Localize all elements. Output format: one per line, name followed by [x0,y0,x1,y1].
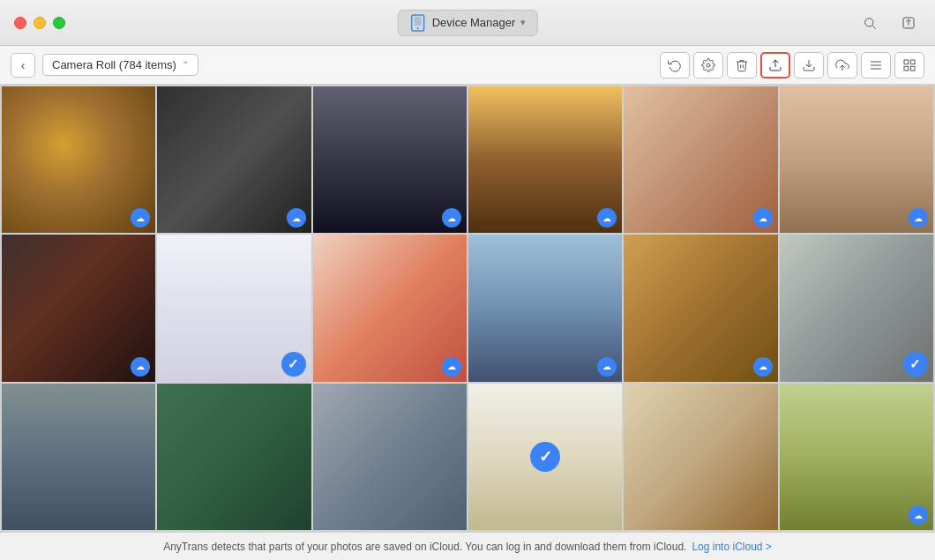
photo-cell-17[interactable] [624,384,777,530]
photo-cell-10[interactable]: ☁ [468,235,622,381]
svg-rect-16 [904,66,909,71]
search-button[interactable] [857,11,882,35]
photo-cell-3[interactable]: ☁ [313,86,467,233]
maximize-button[interactable] [53,17,65,29]
photo-cell-15[interactable] [313,384,467,530]
titlebar: Device Manager ▾ [0,0,935,46]
app-title-text: Device Manager [432,16,516,29]
toolbar: ‹ Camera Roll (784 items) ⌃ [0,46,935,85]
check-icon-12: ✓ [903,352,928,377]
cloud-icon-9: ☁ [442,357,461,377]
svg-rect-17 [910,66,915,71]
svg-rect-1 [415,17,422,26]
photo-cell-13[interactable] [2,384,155,530]
traffic-lights [14,17,65,29]
status-message: AnyTrans detects that parts of your phot… [163,541,686,553]
status-bar: AnyTrans detects that parts of your phot… [0,532,935,560]
cloud-icon-11: ☁ [753,357,773,377]
svg-point-3 [865,18,873,26]
close-button[interactable] [14,17,26,29]
cloud-icon-18: ☁ [909,505,928,525]
list-view-button[interactable] [861,52,891,78]
photo-cell-7[interactable]: ☁ [2,235,155,381]
photo-cell-9[interactable]: ☁ [313,235,467,381]
minimize-button[interactable] [34,17,46,29]
photo-cell-4[interactable]: ☁ [468,86,622,233]
photo-cell-11[interactable]: ☁ [624,235,777,381]
photo-cell-14[interactable] [157,384,310,530]
photo-grid: ☁ ☁ ☁ ☁ ☁ ☁ ☁ ✓ ☁ ☁ ☁ ✓ [0,85,935,532]
svg-rect-15 [910,60,915,64]
svg-point-7 [707,63,710,67]
cloud-icon-10: ☁ [597,357,617,377]
album-chevron: ⌃ [182,60,189,70]
cloud-icon-5: ☁ [753,208,773,228]
grid-view-button[interactable] [894,52,924,78]
album-name: Camera Roll (784 items) [52,58,176,71]
photo-cell-16[interactable]: ✓ [468,384,622,530]
photo-cell-12[interactable]: ✓ [780,235,933,381]
delete-button[interactable] [727,52,757,78]
album-selector[interactable]: Camera Roll (784 items) ⌃ [42,54,198,76]
photo-cell-18[interactable]: ☁ [780,384,933,530]
settings-button[interactable] [693,52,723,78]
title-chevron: ▾ [520,17,526,28]
titlebar-right-actions [857,11,921,35]
photo-cell-5[interactable]: ☁ [624,86,777,233]
app-title-button[interactable]: Device Manager ▾ [398,10,538,36]
toolbar-actions [660,52,924,78]
photo-cell-6[interactable]: ☁ [780,86,933,233]
icloud-login-link[interactable]: Log into iCloud > [692,541,771,553]
device-icon [409,14,427,32]
cloud-upload-button[interactable] [827,52,857,78]
svg-line-4 [872,26,876,29]
check-icon-8: ✓ [281,352,306,377]
cloud-icon-7: ☁ [131,357,150,377]
check-icon-16: ✓ [530,442,560,472]
photo-cell-2[interactable]: ☁ [157,86,310,233]
photo-cell-1[interactable]: ☁ [2,86,155,233]
back-icon: ‹ [21,58,26,72]
share-button[interactable] [896,11,921,35]
import-button[interactable] [794,52,824,78]
cloud-icon-2: ☁ [287,208,306,228]
export-button[interactable] [760,52,790,78]
photo-cell-8[interactable]: ✓ [157,235,310,381]
back-button[interactable]: ‹ [11,53,35,78]
svg-rect-14 [904,60,909,64]
svg-point-2 [417,27,419,29]
refresh-button[interactable] [660,52,690,78]
